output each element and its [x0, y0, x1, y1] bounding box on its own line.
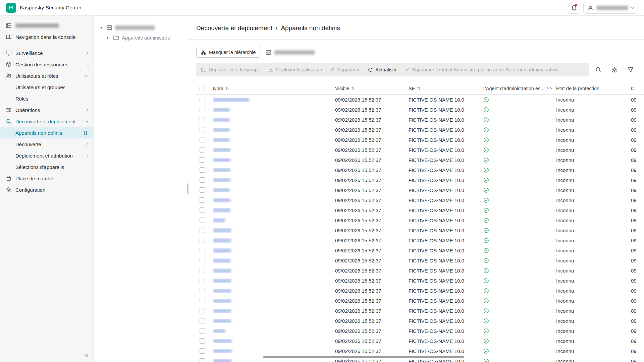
sidebar-collapse-button[interactable]: « [85, 352, 88, 359]
device-name-link[interactable] [213, 309, 231, 313]
sidebar-item-configuration[interactable]: Configuration [0, 184, 93, 195]
device-name-link[interactable] [213, 98, 249, 102]
device-name-link[interactable] [213, 148, 230, 152]
row-checkbox[interactable] [200, 348, 205, 354]
deploy-application-button[interactable]: Déployer l'application [268, 67, 322, 72]
row-checkbox[interactable] [200, 278, 205, 283]
hide-hierarchy-button[interactable]: Masquer la hiérarchie [196, 47, 260, 58]
device-name-link[interactable] [213, 349, 232, 353]
sidebar-item-resources[interactable]: Gestion des ressources [0, 59, 93, 70]
device-name-link[interactable] [213, 138, 230, 142]
row-checkbox[interactable] [200, 298, 205, 303]
agent-installed-check-icon [483, 218, 489, 223]
row-checkbox[interactable] [200, 238, 205, 243]
gear-icon[interactable] [611, 66, 618, 73]
row-checkbox[interactable] [200, 268, 205, 273]
row-checkbox[interactable] [200, 228, 205, 233]
device-name-link[interactable] [213, 198, 230, 202]
expander-right-icon[interactable]: ▸ [107, 36, 110, 40]
breadcrumb-section[interactable]: Découverte et déploiement [196, 24, 272, 32]
sidebar-item-discovery[interactable]: Découverte [0, 138, 93, 150]
column-header-created[interactable]: C [631, 86, 634, 91]
row-checkbox[interactable] [200, 127, 205, 132]
device-name-link[interactable] [213, 178, 230, 182]
row-checkbox[interactable] [200, 147, 205, 153]
row-checkbox[interactable] [200, 318, 205, 323]
sidebar-item-device-selections[interactable]: Sélections d'appareils [0, 161, 93, 173]
row-checkbox[interactable] [200, 187, 205, 193]
device-name-link[interactable] [213, 168, 230, 172]
device-name-link[interactable] [213, 279, 231, 283]
sidebar-item-surveillance[interactable]: Surveillance [0, 47, 93, 59]
sort-icon[interactable] [351, 86, 355, 90]
filter-icon[interactable] [627, 66, 634, 73]
device-name-link[interactable] [213, 188, 230, 192]
sort-icon[interactable] [417, 86, 421, 90]
sidebar-item-deployment-assignment[interactable]: Déploiement et attribution [0, 150, 93, 161]
sidebar-item-undefined-devices[interactable]: Appareils non définis [0, 127, 93, 138]
row-checkbox[interactable] [200, 157, 205, 163]
move-to-group-button[interactable]: Déplacer vers le groupe [201, 67, 260, 72]
row-checkbox[interactable] [200, 358, 205, 362]
sidebar-item-discovery-deployment[interactable]: Découverte et déploiement [0, 116, 93, 127]
row-checkbox[interactable] [200, 107, 205, 112]
search-icon[interactable] [595, 66, 602, 73]
device-name-link[interactable] [213, 218, 225, 223]
device-name-link[interactable] [213, 248, 231, 253]
sidebar-item-marketplace[interactable]: Place de marché [0, 173, 93, 184]
row-checkbox[interactable] [200, 117, 205, 122]
column-header-nom[interactable]: Nom [213, 86, 223, 91]
column-header-agent[interactable]: L'Agent d'administration es... [482, 86, 544, 91]
delete-button[interactable]: Supprimer [330, 67, 360, 72]
row-checkbox[interactable] [200, 197, 205, 203]
device-name-link[interactable] [213, 289, 231, 293]
device-name-link[interactable] [213, 108, 230, 112]
device-name-link[interactable] [213, 319, 231, 323]
user-menu[interactable] [583, 2, 638, 14]
column-header-protection[interactable]: État de la protection [556, 86, 599, 91]
row-checkbox[interactable] [200, 258, 205, 263]
device-name-link[interactable] [213, 329, 225, 333]
row-checkbox[interactable] [200, 288, 205, 293]
column-expand-link[interactable]: >> [547, 86, 552, 91]
device-name-link[interactable] [213, 158, 230, 162]
sidebar-item-server[interactable] [0, 20, 93, 31]
row-checkbox[interactable] [200, 308, 205, 313]
device-name-link[interactable] [213, 359, 232, 362]
device-name-link[interactable] [213, 258, 230, 263]
tree-node-managed-devices[interactable]: ▸ Appareils administrés [107, 33, 188, 43]
row-checkbox[interactable] [200, 137, 205, 142]
device-name-link[interactable] [213, 228, 231, 233]
refresh-button[interactable]: Actualiser [368, 67, 397, 72]
column-header-visible[interactable]: Visible [335, 86, 349, 91]
row-checkbox[interactable] [200, 167, 205, 173]
sidebar-item-users-groups[interactable]: Utilisateurs et groupes [0, 81, 93, 93]
tree-node-label: Appareils administrés [122, 35, 170, 41]
row-checkbox[interactable] [200, 218, 205, 223]
sidebar-item-users-roles[interactable]: Utilisateurs et rôles [0, 70, 93, 81]
device-name-link[interactable] [213, 208, 230, 213]
device-name-link[interactable] [213, 238, 231, 243]
row-checkbox[interactable] [200, 177, 205, 183]
select-all-checkbox[interactable] [200, 86, 205, 91]
row-checkbox[interactable] [200, 207, 205, 213]
device-name-link[interactable] [213, 299, 231, 303]
row-checkbox[interactable] [200, 338, 205, 344]
row-checkbox[interactable] [200, 328, 205, 334]
notifications-button[interactable] [568, 2, 580, 14]
device-name-link[interactable] [213, 128, 230, 132]
sidebar-item-operations[interactable]: Opérations [0, 104, 93, 116]
sidebar-item-roles[interactable]: Rôles [0, 93, 93, 104]
row-checkbox[interactable] [200, 97, 205, 102]
tree-node-server[interactable]: ▾ [100, 22, 188, 33]
expander-down-icon[interactable]: ▾ [100, 25, 104, 30]
device-name-link[interactable] [213, 118, 230, 122]
remove-managed-attribute-button[interactable]: Supprimer l'attribut Administré par un a… [405, 67, 558, 72]
sidebar-item-console-navigation[interactable]: Navigation dans la console [0, 31, 93, 43]
sort-icon[interactable] [225, 86, 229, 90]
device-name-link[interactable] [213, 339, 232, 343]
device-name-link[interactable] [213, 268, 231, 273]
horizontal-scrollbar[interactable] [263, 356, 464, 358]
column-header-se[interactable]: SE [409, 86, 415, 91]
row-checkbox[interactable] [200, 248, 205, 253]
